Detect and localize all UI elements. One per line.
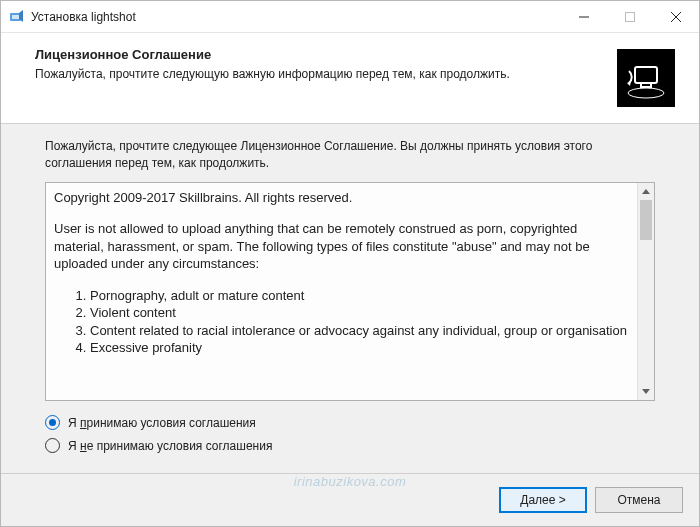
accept-radio-row[interactable]: Я принимаю условия соглашения [45, 415, 655, 430]
content-area: Пожалуйста, прочтите следующее Лицензион… [1, 124, 699, 474]
window-title: Установка lightshot [31, 10, 561, 24]
svg-rect-7 [635, 67, 657, 83]
accept-radio[interactable] [45, 415, 60, 430]
svg-rect-3 [626, 12, 635, 21]
next-button[interactable]: Далее > [499, 487, 587, 513]
close-button[interactable] [653, 1, 699, 32]
footer: Далее > Отмена [1, 474, 699, 526]
header: Лицензионное Соглашение Пожалуйста, проч… [1, 33, 699, 124]
scroll-down-button[interactable] [638, 383, 654, 400]
license-text[interactable]: Copyright 2009-2017 Skillbrains. All rig… [46, 183, 637, 400]
window-controls [561, 1, 699, 32]
scroll-up-button[interactable] [638, 183, 654, 200]
minimize-button[interactable] [561, 1, 607, 32]
license-list: Pornography, adult or mature content Vio… [54, 287, 629, 357]
scroll-thumb[interactable] [640, 200, 652, 240]
decline-radio[interactable] [45, 438, 60, 453]
svg-point-6 [628, 88, 664, 98]
license-container: Copyright 2009-2017 Skillbrains. All rig… [45, 182, 655, 401]
license-item: Excessive profanity [90, 339, 629, 357]
scrollbar[interactable] [637, 183, 654, 400]
license-item: Violent content [90, 304, 629, 322]
app-icon [9, 9, 25, 25]
license-item: Content related to racial intolerance or… [90, 322, 629, 340]
page-title: Лицензионное Соглашение [35, 47, 605, 62]
license-copyright: Copyright 2009-2017 Skillbrains. All rig… [54, 189, 629, 207]
decline-radio-row[interactable]: Я не принимаю условия соглашения [45, 438, 655, 453]
scroll-track[interactable] [638, 200, 654, 383]
titlebar: Установка lightshot [1, 1, 699, 33]
installer-window: Установка lightshot Лицензионное Соглаше… [0, 0, 700, 527]
license-intro: User is not allowed to upload anything t… [54, 220, 629, 273]
svg-rect-8 [641, 83, 651, 87]
decline-label: Я не принимаю условия соглашения [68, 439, 272, 453]
license-item: Pornography, adult or mature content [90, 287, 629, 305]
cancel-button[interactable]: Отмена [595, 487, 683, 513]
accept-label: Я принимаю условия соглашения [68, 416, 256, 430]
installer-icon [617, 49, 675, 107]
instruction-text: Пожалуйста, прочтите следующее Лицензион… [45, 138, 655, 172]
page-subtitle: Пожалуйста, прочтите следующую важную ин… [35, 66, 605, 83]
radio-group: Я принимаю условия соглашения Я не прини… [45, 415, 655, 461]
svg-rect-1 [12, 15, 19, 19]
maximize-button[interactable] [607, 1, 653, 32]
